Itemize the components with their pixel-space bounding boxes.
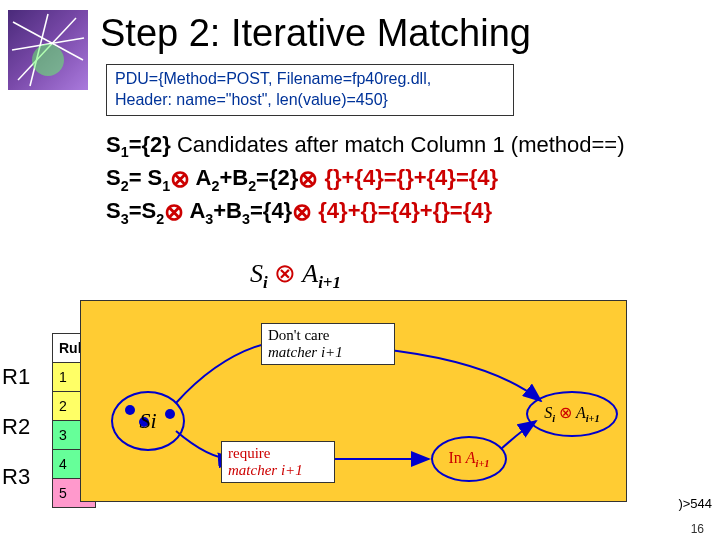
require-label: require matcher i+1 [221, 441, 335, 483]
r-labels: R1 R2 R3 [2, 364, 30, 514]
r3-label: R3 [2, 464, 30, 514]
formula-si-ai: Si ⊗ Ai+1 [250, 258, 341, 293]
dontcare-label: Don't care matcher i+1 [261, 323, 395, 365]
otimes-icon: ⊗ [170, 163, 190, 196]
si-node: Si [111, 391, 185, 451]
page-number: 16 [691, 522, 704, 536]
peek-text: )>544 [678, 496, 712, 511]
slide-logo [8, 10, 88, 90]
sets-block: S1={2} Candidates after match Column 1 (… [106, 130, 625, 228]
otimes-icon: ⊗ [292, 196, 312, 229]
matching-diagram: Si Don't care matcher i+1 require matche… [80, 300, 627, 502]
s2-line: S2= S1⊗ A2+B2={2}⊗ {}+{4}={}+{4}={4} [106, 163, 625, 196]
result-node: Si ⊗ Ai+1 [526, 391, 618, 437]
pdu-box: PDU={Method=POST, Filename=fp40reg.dll, … [106, 64, 514, 116]
slide-title: Step 2: Iterative Matching [100, 12, 531, 55]
r2-label: R2 [2, 414, 30, 464]
logo-lines [8, 10, 88, 90]
otimes-icon: ⊗ [164, 196, 184, 229]
pdu-line1: PDU={Method=POST, Filename=fp40reg.dll, [115, 69, 505, 90]
s3-line: S3=S2⊗ A3+B3={4}⊗ {4}+{}={4}+{}={4} [106, 196, 625, 229]
pdu-line2: Header: name="host", len(value)=450} [115, 90, 505, 111]
otimes-icon: ⊗ [298, 163, 318, 196]
in-a-node: In Ai+1 [431, 436, 507, 482]
s1-line: S1={2} Candidates after match Column 1 (… [106, 130, 625, 163]
r1-label: R1 [2, 364, 30, 414]
svg-point-4 [32, 44, 64, 76]
